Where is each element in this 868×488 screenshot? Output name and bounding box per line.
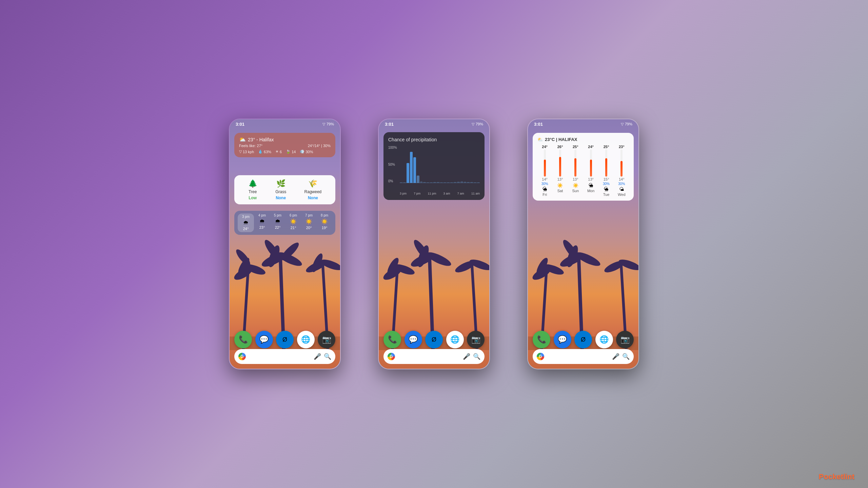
- weekly-title: 23°C | HALIFAX: [545, 137, 577, 142]
- hourly-widget[interactable]: 3 pm 🌧 24° 4 pm 🌧 23° 5 pm 🌧 22° 6 pm ☀️…: [234, 211, 335, 235]
- google-g-1: G: [238, 353, 246, 360]
- precip-title: Chance of precipitation: [388, 137, 480, 142]
- wifi-icon-1: ▽: [322, 122, 325, 126]
- search-bar-3[interactable]: G 🎤 🔍: [533, 349, 634, 364]
- screens-container: 3:01 ▽ 79% ⛅ 23° - Halifax Feels like: 2…: [0, 0, 868, 488]
- watermark-rest: ocketlint: [824, 472, 854, 481]
- wind-value: 13 kph: [243, 150, 254, 154]
- palm-trees-3: [528, 208, 639, 350]
- weather-main-widget[interactable]: ⛅ 23° - Halifax Feels like: 27° 24°/14° …: [234, 133, 335, 157]
- chart-labels-y: 100% 50% 0%: [388, 146, 397, 183]
- chart-bar-2: [407, 163, 409, 183]
- tree-label: Tree: [249, 189, 257, 194]
- search-bar-1[interactable]: G 🎤 🔍: [234, 349, 335, 364]
- status-icons-1: ▽ 79%: [322, 122, 334, 126]
- search-lens-2[interactable]: 🔍: [473, 353, 480, 360]
- app-outlook-3[interactable]: Ø: [574, 331, 592, 348]
- x-label-3pm: 3 pm: [400, 192, 407, 195]
- humidity-icon: 💧: [258, 149, 263, 154]
- weekly-weather-icon: ⛅: [537, 137, 543, 142]
- day-low-2: 13°: [573, 177, 578, 181]
- google-g-2: G: [388, 353, 395, 360]
- pocketlint-watermark: Pocketlint: [819, 472, 854, 481]
- chart-bar-4: [413, 157, 416, 183]
- x-label-11am: 11 am: [471, 192, 480, 195]
- uv-stat: ☀ 6: [275, 149, 282, 154]
- app-messages-1[interactable]: 💬: [255, 331, 273, 348]
- uv-value: 6: [280, 150, 282, 154]
- app-messages-2[interactable]: 💬: [405, 331, 422, 348]
- status-icons-3: ▽ 79%: [621, 122, 632, 126]
- weather-top-row: ⛅ 23° - Halifax: [239, 136, 331, 143]
- search-lens-1[interactable]: 🔍: [324, 353, 331, 360]
- day-bar-container-1: [559, 149, 561, 177]
- day-col-sun: 25°13°☀️Sun: [568, 145, 583, 197]
- app-camera-3[interactable]: 📷: [616, 331, 634, 348]
- day-bar-fill-2: [574, 158, 576, 177]
- day-col-wed: 23°14°30%🌤Wed: [614, 145, 629, 197]
- grass-icon: 🌿: [276, 179, 285, 188]
- hour-time-3: 6 pm: [290, 214, 297, 217]
- hour-time-4: 7 pm: [305, 214, 313, 217]
- hour-icon-0: 🌧: [243, 220, 249, 226]
- precip-chart: 100% 50% 0%: [388, 146, 480, 190]
- day-high-4: 25°: [604, 145, 609, 149]
- search-mic-1[interactable]: 🎤: [314, 353, 321, 360]
- feels-like: Feels like: 27°: [239, 144, 262, 148]
- day-low-1: 13°: [557, 177, 563, 181]
- search-mic-3[interactable]: 🎤: [612, 353, 619, 360]
- day-bar-container-4: [605, 149, 607, 177]
- hour-time-5: 8 pm: [321, 214, 328, 217]
- search-mic-2[interactable]: 🎤: [463, 353, 470, 360]
- pollen-widget[interactable]: 🌲 Tree Low 🌿 Grass None 🌾 Ragweed None: [234, 175, 335, 204]
- phone-screen-2: 3:01 ▽ 79% Chance of precipitation 100% …: [378, 119, 490, 369]
- day-name-0: Fri: [542, 192, 547, 197]
- hour-temp-3: 21°: [291, 226, 296, 230]
- app-chrome-1[interactable]: 🌐: [297, 331, 315, 348]
- day-low-5: 14°: [619, 177, 625, 181]
- day-bar-container-0: [544, 149, 546, 177]
- hour-time-1: 4 pm: [258, 214, 266, 217]
- search-lens-3[interactable]: 🔍: [622, 353, 630, 360]
- status-bar-3: 3:01 ▽ 79%: [528, 119, 638, 129]
- hour-temp-0: 24°: [243, 227, 249, 231]
- status-bar-1: 3:01 ▽ 79%: [230, 119, 340, 129]
- day-precip-5: 30%: [618, 182, 625, 186]
- precip-widget[interactable]: Chance of precipitation 100% 50% 0% 3 pm…: [383, 132, 485, 200]
- x-label-11pm: 11 pm: [428, 192, 436, 195]
- app-camera-1[interactable]: 📷: [318, 331, 335, 348]
- chart-bar-3: [410, 152, 413, 183]
- pollen-ragweed: 🌾 Ragweed None: [304, 179, 322, 200]
- day-name-2: Sun: [572, 189, 579, 193]
- day-bar-fill-4: [605, 158, 607, 177]
- day-icon-0: 🌦: [542, 186, 547, 192]
- hour-time-0: 3 pm: [242, 215, 250, 219]
- day-high-0: 24°: [542, 145, 548, 149]
- status-time-2: 3:01: [385, 122, 394, 127]
- day-icon-5: 🌤: [619, 186, 624, 192]
- hour-item-5: 8 pm ☀️ 19°: [317, 214, 332, 232]
- y-label-0: 0%: [388, 179, 397, 183]
- y-label-100: 100%: [388, 146, 397, 149]
- app-chrome-3[interactable]: 🌐: [595, 331, 613, 348]
- chart-baseline: [400, 183, 480, 183]
- app-outlook-1[interactable]: Ø: [276, 331, 294, 348]
- app-camera-2[interactable]: 📷: [467, 331, 485, 348]
- search-bar-2[interactable]: G 🎤 🔍: [383, 349, 485, 364]
- app-phone-2[interactable]: 📞: [383, 331, 401, 348]
- day-bar-fill-0: [544, 160, 546, 177]
- weekly-widget[interactable]: ⛅ 23°C | HALIFAX 24°14°30%🌦Fri26°13°☀️Sa…: [533, 133, 634, 201]
- app-phone-1[interactable]: 📞: [234, 331, 252, 348]
- day-precip-4: 30%: [603, 182, 610, 186]
- ragweed-level: None: [308, 196, 318, 200]
- app-chrome-2[interactable]: 🌐: [446, 331, 464, 348]
- battery-icon-1: 79%: [327, 122, 334, 126]
- hour-temp-2: 22°: [275, 225, 281, 229]
- day-name-3: Mon: [587, 189, 594, 193]
- app-phone-3[interactable]: 📞: [533, 331, 550, 348]
- grass-label: Grass: [275, 189, 286, 194]
- wifi-icon-2: ▽: [472, 122, 474, 126]
- day-high-5: 23°: [619, 145, 625, 149]
- app-messages-3[interactable]: 💬: [554, 331, 571, 348]
- app-outlook-2[interactable]: Ø: [425, 331, 443, 348]
